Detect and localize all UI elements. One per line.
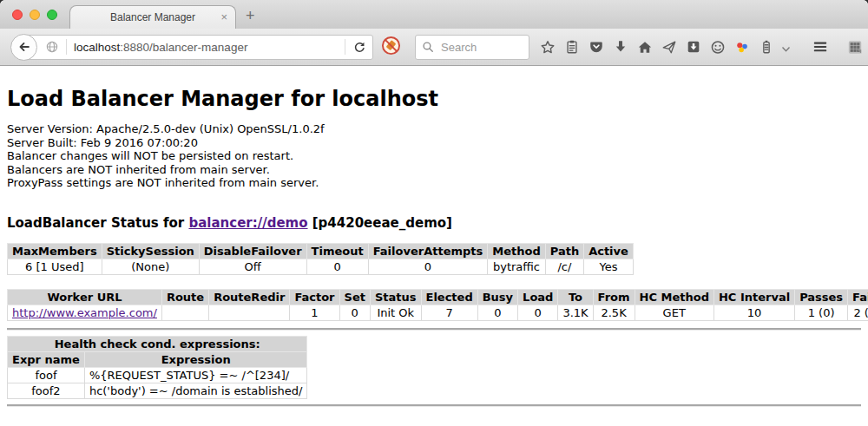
clipboard-icon[interactable]	[564, 39, 580, 55]
health-check-table: Health check cond. expressions: Expr nam…	[7, 336, 307, 399]
active-value: Yes	[584, 259, 634, 274]
passes-value: 1 (0)	[795, 305, 848, 320]
url-domain: localhost	[74, 41, 120, 54]
tab-title: Balancer Manager	[110, 11, 195, 23]
expr-name-value: foof2	[8, 383, 85, 398]
heading-prefix: LoadBalancer Status for	[7, 215, 188, 231]
table-title-row: Health check cond. expressions:	[8, 336, 307, 351]
home-icon[interactable]	[637, 39, 653, 55]
col-stickysession: StickySession	[102, 243, 199, 259]
emoji-smiley-icon[interactable]	[710, 39, 726, 55]
disablefailover-value: Off	[199, 259, 306, 274]
col-maxmembers: MaxMembers	[8, 243, 102, 259]
col-failoverattempts: FailoverAttempts	[368, 243, 488, 259]
back-button[interactable]	[10, 34, 37, 61]
table-header-row: Expr name Expression	[8, 351, 307, 367]
expression-value: %{REQUEST_STATUS} =~ /^[234]/	[84, 367, 307, 383]
balancer-demo-link[interactable]: balancer://demo	[188, 215, 307, 231]
table-header-row: Worker URL Route RouteRedir Factor Set S…	[8, 289, 868, 305]
search-magnifier-icon	[422, 41, 434, 53]
tab-balancer-manager[interactable]: Balancer Manager ×	[69, 5, 236, 29]
reload-icon[interactable]	[352, 40, 367, 55]
worker-row: http://www.example.com/ 1 0 Init Ok 7 0 …	[8, 305, 868, 320]
factor-value: 1	[290, 305, 339, 320]
col-hc-interval: HC Interval	[713, 289, 794, 305]
dropdown-caret-icon[interactable]	[778, 42, 793, 57]
urlbar-divider	[345, 39, 345, 55]
col-from: From	[593, 289, 635, 305]
new-tab-button[interactable]: +	[246, 7, 255, 25]
col-disablefailover: DisableFailover	[199, 243, 306, 259]
hc-method-value: GET	[635, 305, 713, 320]
url-bar[interactable]: localhost:8880/balancer-manager	[25, 35, 373, 60]
col-expr-name: Expr name	[8, 351, 85, 367]
col-elected: Elected	[421, 289, 477, 305]
tab-bar: Balancer Manager × +	[0, 0, 868, 29]
col-routeredir: RouteRedir	[209, 289, 290, 305]
col-method: Method	[488, 243, 545, 259]
col-status: Status	[370, 289, 421, 305]
fails-value: 2 (0)	[848, 305, 868, 320]
page-bottom-divider	[7, 404, 861, 406]
worker-url-link[interactable]: http://www.example.com/	[12, 306, 157, 319]
minimize-window-icon[interactable]	[30, 10, 40, 20]
col-set: Set	[339, 289, 370, 305]
urlbar-divider	[66, 39, 67, 55]
search-bar[interactable]	[415, 35, 529, 60]
search-input[interactable]	[439, 40, 517, 55]
toolbar-extension-icons	[540, 36, 793, 57]
url-path: :8880/balancer-manager	[120, 41, 247, 54]
page-globe-icon[interactable]	[45, 40, 59, 54]
send-plane-icon[interactable]	[661, 39, 677, 55]
col-expression: Expression	[84, 351, 307, 367]
worker-url-cell: http://www.example.com/	[8, 305, 162, 320]
status-value: Init Ok	[370, 305, 421, 320]
health-row: foof2 hc('body') =~ /domain is establish…	[8, 383, 307, 398]
routeredir-value	[209, 305, 290, 320]
table-header-row: MaxMembers StickySession DisableFailover…	[8, 243, 634, 259]
load-value: 0	[518, 305, 558, 320]
menu-hamburger-icon[interactable]	[812, 39, 828, 55]
failoverattempts-value: 0	[368, 259, 488, 274]
from-value: 2.5K	[593, 305, 635, 320]
balancer-params-table: MaxMembers StickySession DisableFailover…	[7, 243, 634, 275]
table-row: 6 [1 Used] (None) Off 0 0 bytraffic /c/ …	[8, 259, 634, 274]
col-fails: Fails	[848, 289, 868, 305]
col-hc-method: HC Method	[635, 289, 713, 305]
tab-close-icon[interactable]: ×	[220, 10, 227, 24]
to-value: 3.1K	[558, 305, 593, 320]
inherit-notice-line: Balancers are NOT inherited from main se…	[7, 163, 861, 177]
hc-interval-value: 10	[713, 305, 794, 320]
pocket-icon[interactable]	[589, 39, 604, 55]
col-path: Path	[545, 243, 583, 259]
busy-value: 0	[477, 305, 517, 320]
expr-name-value: foof	[8, 367, 85, 383]
maxmembers-value: 6 [1 Used]	[8, 259, 102, 274]
grid-extension-icon[interactable]	[847, 39, 863, 55]
bookmark-star-icon[interactable]	[540, 39, 556, 55]
colored-dots-extension-icon[interactable]	[734, 39, 750, 55]
col-worker-url: Worker URL	[8, 289, 162, 305]
server-info: Server Version: Apache/2.5.0-dev (Unix) …	[7, 122, 861, 190]
downloads-icon[interactable]	[613, 39, 628, 55]
close-window-icon[interactable]	[12, 10, 23, 20]
save-to-box-icon[interactable]	[686, 39, 701, 55]
browser-window: Balancer Manager × + localhost:8880/bala…	[0, 0, 868, 426]
heading-suffix: [p4420eeae_demo]	[308, 215, 452, 231]
col-busy: Busy	[477, 289, 517, 305]
col-factor: Factor	[290, 289, 339, 305]
content-blocker-icon[interactable]	[381, 36, 401, 59]
health-table-title: Health check cond. expressions:	[8, 336, 307, 351]
page-title: Load Balancer Manager for localhost	[7, 87, 861, 111]
section-divider	[7, 328, 861, 330]
maximize-window-icon[interactable]	[47, 10, 57, 20]
navigation-toolbar: localhost:8880/balancer-manager	[0, 29, 868, 66]
route-value	[161, 305, 208, 320]
server-built-line: Server Built: Feb 9 2016 07:00:20	[7, 136, 861, 150]
col-active: Active	[584, 243, 634, 259]
path-value: /c/	[545, 259, 583, 274]
battery-extension-icon[interactable]	[759, 39, 774, 55]
proxypass-notice-line: ProxyPass settings are NOT inherited fro…	[7, 176, 861, 190]
method-value: bytraffic	[488, 259, 545, 274]
url-text[interactable]: localhost:8880/balancer-manager	[74, 41, 338, 54]
